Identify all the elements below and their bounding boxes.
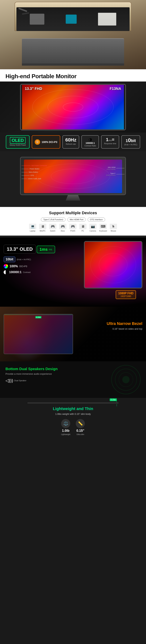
device-switch: 🎮 Switch (49, 224, 56, 232)
ports-monitor-frame: Not Power Connector Power Button Menu Bu… (20, 157, 126, 195)
fhd-badge: 1080P FHD 1920*1080 (116, 290, 136, 299)
monitor-display: 13.3" FHD F13NA (0, 82, 146, 132)
oled-response-badge: 1ms ms (37, 246, 55, 253)
device-xbox-name: Xbox (61, 230, 65, 232)
section-support: Support Multiple Devices Type-C (Full Fu… (0, 207, 146, 236)
weight-thin-val: 0.15" (76, 429, 84, 433)
spec-oled-badge: OLED Glossy OLED Panel (6, 135, 30, 148)
dci-icon: 🎨 (35, 139, 40, 145)
device-camera-name: Camera (90, 230, 96, 232)
section-unboxing (0, 0, 146, 69)
monitor-size-label: 13.3" FHD (25, 86, 42, 91)
weight-light-label: Lightweight (61, 434, 70, 436)
response-value: 1ms= (106, 137, 114, 142)
bezel-sub: 0.16" bezel on sides and top (107, 328, 142, 330)
section-title: High-end Portable Monitor (0, 69, 146, 82)
spec-response-badge: 1ms= Response time (101, 135, 119, 148)
device-switch-name: Switch (50, 230, 55, 232)
hz-sub: Refresh rate (66, 143, 76, 145)
monitor-model-label: F13NA (110, 86, 121, 91)
contrast-sub: Contrast Ratio (84, 145, 96, 147)
contrast-icon: ◑ (88, 137, 92, 142)
port-type-hdmi: Mini HDMI Port (67, 218, 86, 222)
device-mouse-name: Mouse (111, 230, 116, 232)
oled-title-badge: 13.3" OLED (4, 245, 36, 254)
oled-sub: Glossy OLED Panel (10, 144, 26, 146)
weight-thin-label: Ultra-slim (76, 434, 84, 436)
bit-value: 10bit (126, 137, 136, 143)
fhd-label: 1080P FHD (118, 292, 133, 295)
bezel-title: Ultra Narrow Bezel (107, 321, 142, 326)
bezel-text-block: Ultra Narrow Bezel 0.16" bezel on sides … (107, 321, 142, 330)
device-keyboard-name: Keyboard (99, 230, 107, 232)
weight-thin-icon: 📏 (76, 419, 85, 428)
port-otg: OTG (22, 174, 47, 176)
response-sub: Response time (104, 142, 116, 144)
support-title: Support Multiple Devices (4, 210, 142, 215)
section-bezel: 0.15in Ultra Narrow Bezel 0.16" bezel on… (0, 307, 146, 362)
oled-monitor-display (84, 241, 142, 288)
product-title: High-end Portable Monitor (6, 73, 140, 80)
device-xbox: 🎮 Xbox (59, 224, 66, 232)
port-not-power: Not Power Connector (22, 165, 47, 166)
bezel-monitor-outline: 0.15in (4, 314, 73, 354)
contrast-value: 100000:1 (86, 142, 95, 144)
thin-bar-visual: 0.15in (6, 402, 140, 404)
device-laptop: 💻 Laptop (29, 224, 36, 232)
spec-bit-badge: 10bit (8-bit + Hi-FRC) (121, 135, 140, 148)
section-oled-specs: 1080P FHD 1920*1080 13.3" OLED 1ms ms 10… (0, 238, 146, 307)
device-pc-name: PC (82, 230, 84, 232)
port-audio: 3.5mm Audio Jack (22, 178, 47, 180)
oled-title-text: 13.3" OLED (7, 246, 33, 252)
section-ports: Not Power Connector Power Button Menu Bu… (0, 151, 146, 238)
device-list: 💻 Laptop 🖥 MiniPC 🎮 Switch 🎮 Xbox 🎮 PS4/… (4, 224, 142, 232)
weight-light-icon: ⚖️ (61, 419, 70, 428)
dci-label: 100% DCI-P3 (42, 140, 57, 144)
weight-light-val: 1.0lb (62, 429, 69, 433)
oled-contrast-badge: 100000:1 Contrast (4, 270, 77, 274)
port-type-otg: OTG Interface (88, 218, 105, 222)
weight-item-light: ⚖️ 1.0lb Lightweight (61, 419, 70, 436)
speaker-symbol: ◁))) (6, 378, 13, 383)
oled-bit-badge: 10bit (8-bit + Hi-FRC) (4, 256, 77, 262)
section-thin: 0.15in Lightweight and Thin 1.0lbs weigh… (0, 398, 146, 443)
device-mouse: 🖱 Mouse (110, 224, 117, 232)
monitor-frame: 13.3" FHD F13NA (20, 84, 126, 130)
fhd-res: 1920*1080 (118, 295, 133, 298)
section-monitor: 13.3" FHD F13NA OLED Glossy OLED Panel 🎨… (0, 82, 146, 151)
device-minipc-name: MiniPC (40, 230, 45, 232)
speaker-label: Dual Speaker (14, 380, 27, 382)
oled-label: OLED (10, 137, 26, 144)
device-keyboard: ⌨ Keyboard (99, 224, 107, 232)
port-type-typec: Type-C (Full Function) (41, 218, 66, 222)
port-type-c: Type-C (Full Function) (106, 172, 124, 176)
device-pc: 🖥 PC (79, 224, 86, 232)
section-speakers: Bottom Dual Speakers Design Provide a mo… (0, 362, 146, 398)
weight-specs-row: ⚖️ 1.0lb Lightweight 📏 0.15" Ultra-slim (6, 419, 140, 436)
specs-bar: OLED Glossy OLED Panel 🎨 100% DCI-P3 60H… (0, 132, 146, 151)
device-ps: 🎮 PS4/5 (69, 224, 76, 232)
port-mini-hdmi: Mini HDMI (only Display) (107, 166, 124, 170)
oled-specs-panel: 13.3" OLED 1ms ms 10bit (8-bit + Hi-FRC)… (4, 243, 77, 274)
thin-title: Lightweight and Thin (6, 406, 140, 411)
spec-hz-badge: 60Hz Refresh rate (62, 135, 79, 148)
oled-dci-badge: 100% DCI-P3 (4, 264, 77, 268)
spec-dci-badge: 🎨 100% DCI-P3 (32, 135, 60, 148)
weight-item-thin: 📏 0.15" Ultra-slim (76, 419, 85, 436)
device-ps-name: PS4/5 (70, 230, 75, 232)
thin-sub: 1.0lbs weight with 0.15" slim body (6, 412, 140, 415)
device-minipc: 🖥 MiniPC (39, 224, 46, 232)
port-types-row: Type-C (Full Function) Mini HDMI Port OT… (4, 218, 142, 222)
device-laptop-name: Laptop (30, 230, 35, 232)
spec-contrast-badge: ◑ 100000:1 Contrast Ratio (81, 135, 99, 148)
hz-value: 60Hz (65, 137, 76, 143)
device-camera: 📷 Camera (89, 224, 97, 232)
port-power-button: Power Button (22, 168, 47, 170)
port-menu-button: Menu Button (22, 171, 47, 173)
bit-sub: (8-bit + Hi-FRC) (124, 144, 137, 146)
